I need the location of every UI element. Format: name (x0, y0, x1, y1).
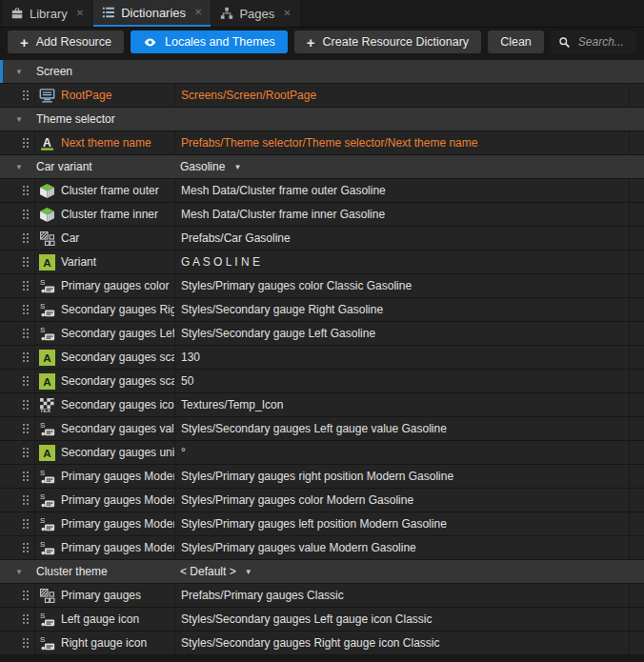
drag-handle[interactable] (0, 489, 35, 512)
resource-row[interactable]: ASecondary gauges scale50 (0, 370, 644, 393)
resource-row[interactable]: CarPrefabs/Car Gasoline (0, 227, 644, 251)
resource-value: Prefabs/Car Gasoline (174, 227, 629, 250)
drag-handle[interactable] (0, 441, 35, 464)
search-input[interactable] (576, 34, 629, 50)
resource-row[interactable]: SPrimary gauges ModernStyles/Primary gau… (0, 536, 644, 560)
style-icon: S (39, 326, 55, 342)
add-resource-button[interactable]: + Add Resource (8, 30, 124, 53)
resource-value: Styles/Primary gauges color Classic Gaso… (174, 274, 629, 297)
close-icon[interactable]: ✕ (76, 9, 84, 18)
drag-handle[interactable] (0, 227, 35, 250)
svg-text:S: S (40, 469, 45, 477)
row-end-spacer (629, 536, 644, 559)
resource-name: Left gauge icon (61, 612, 174, 626)
resource-name: Secondary gauges icon (61, 398, 174, 411)
resource-row[interactable]: Cluster frame outerMesh Data/Cluster fra… (0, 179, 644, 203)
row-end-spacer (629, 608, 644, 631)
text-icon: A (39, 350, 55, 366)
resource-row[interactable]: SRight gauge iconStyles/Secondary gauges… (0, 632, 644, 655)
resource-value: Styles/Secondary gauge Left Gasoline (174, 322, 629, 345)
resource-row[interactable]: SSecondary gauges valueStyles/Secondary … (0, 417, 644, 441)
resource-name: Primary gauges Modern (61, 470, 174, 483)
style-icon: S (39, 492, 55, 509)
resource-row[interactable]: SPrimary gauges colorStyles/Primary gaug… (0, 274, 644, 298)
resource-row[interactable]: SPrimary gauges ModernStyles/Primary gau… (0, 465, 644, 489)
drag-handle[interactable] (0, 322, 35, 345)
drag-handle[interactable] (0, 465, 35, 488)
svg-text:S: S (40, 540, 45, 549)
close-icon[interactable]: ✕ (283, 9, 291, 18)
text-icon: A (39, 373, 55, 390)
textblock-icon: A (39, 135, 55, 151)
create-resource-dictionary-button[interactable]: + Create Resource Dictionary (294, 30, 481, 53)
section-header-theme-selector[interactable]: ▼Theme selector (0, 108, 644, 131)
resource-row[interactable]: SPrimary gauges ModernStyles/Primary gau… (0, 489, 644, 512)
drag-handle[interactable] (0, 298, 35, 321)
tab-pages[interactable]: Pages ✕ (211, 0, 299, 27)
theme-dropdown[interactable]: < Default >▼ (180, 565, 252, 578)
resource-row[interactable]: AVariantG A S O L I N E (0, 251, 644, 274)
drag-handle[interactable] (0, 84, 35, 107)
tab-bar: Library ✕ Dictionaries ✕ Pages ✕ (0, 0, 644, 28)
expander-icon[interactable]: ▼ (0, 568, 36, 576)
row-end-spacer (629, 251, 644, 273)
tab-library[interactable]: Library ✕ (2, 0, 92, 27)
row-end-spacer (629, 322, 644, 345)
resource-row[interactable]: ASecondary gauges unit° (0, 441, 644, 465)
resource-row[interactable]: Primary gaugesPrefabs/Primary gauges Cla… (0, 584, 644, 608)
drag-handle[interactable] (0, 632, 35, 654)
prefab-icon (39, 231, 55, 247)
drag-handle[interactable] (0, 131, 35, 154)
tab-dictionaries[interactable]: Dictionaries ✕ (93, 0, 211, 27)
resource-row[interactable]: RootPageScreens/Screen/RootPage (0, 84, 644, 108)
resource-row[interactable]: SSecondary gauges LeftStyles/Secondary g… (0, 322, 644, 346)
resource-row[interactable]: ASecondary gauges scale130 (0, 346, 644, 370)
resource-name: Secondary gauges Left (61, 327, 174, 340)
expander-icon[interactable]: ▼ (0, 115, 36, 124)
locales-and-themes-button[interactable]: Locales and Themes (131, 30, 288, 53)
close-icon[interactable]: ✕ (194, 8, 202, 17)
style-icon: S (39, 278, 55, 294)
section-label: Theme selector (36, 112, 180, 126)
dropdown-value: Gasoline (180, 160, 225, 173)
plus-icon: + (20, 35, 29, 50)
add-resource-label: Add Resource (36, 35, 111, 49)
drag-handle[interactable] (0, 251, 35, 273)
resource-row[interactable]: Cluster frame innerMesh Data/Cluster fra… (0, 203, 644, 227)
drag-handle[interactable] (0, 608, 35, 631)
tab-label: Dictionaries (121, 6, 186, 20)
drag-handle[interactable] (0, 512, 35, 535)
drag-handle[interactable] (0, 584, 35, 607)
resource-name: Right gauge icon (61, 636, 174, 650)
resource-row[interactable]: SSecondary gauges RightStyles/Secondary … (0, 298, 644, 322)
svg-text:S: S (40, 612, 45, 620)
drag-handle[interactable] (0, 393, 35, 416)
theme-dropdown[interactable]: Gasoline▼ (180, 160, 241, 173)
section-label: Screen (36, 65, 180, 78)
section-header-car-variant[interactable]: ▼Car variantGasoline▼ (0, 155, 644, 179)
resource-value: Screens/Screen/RootPage (174, 84, 629, 107)
section-header-cluster-theme[interactable]: ▼Cluster theme< Default >▼ (0, 560, 644, 584)
drag-handle[interactable] (0, 370, 35, 392)
clean-button[interactable]: Clean (488, 30, 544, 53)
drag-handle[interactable] (0, 536, 35, 559)
drag-handle[interactable] (0, 417, 35, 440)
expander-icon[interactable]: ▼ (0, 68, 36, 76)
resource-row[interactable]: ANext theme namePrefabs/Theme selector/T… (0, 131, 644, 155)
resource-row[interactable]: SPrimary gauges ModernStyles/Primary gau… (0, 512, 644, 536)
search-icon (558, 36, 571, 49)
resource-row[interactable]: TEXSecondary gauges iconTextures/Temp_Ic… (0, 393, 644, 417)
resource-value: Styles/Primary gauges value Modern Gasol… (174, 536, 629, 559)
drag-handle[interactable] (0, 346, 35, 369)
resource-value: Styles/Primary gauges color Modern Gasol… (174, 489, 629, 512)
text-icon: A (39, 254, 55, 271)
drag-handle[interactable] (0, 179, 35, 202)
expander-icon[interactable]: ▼ (0, 163, 36, 171)
resource-name: Cluster frame outer (61, 184, 174, 197)
row-end-spacer (629, 417, 644, 440)
section-header-screen[interactable]: ▼Screen (0, 60, 644, 84)
drag-handle[interactable] (0, 203, 35, 226)
resource-row[interactable]: SLeft gauge iconStyles/Secondary gauges … (0, 608, 644, 632)
resource-value: Prefabs/Primary gauges Classic (174, 584, 629, 607)
drag-handle[interactable] (0, 274, 35, 297)
